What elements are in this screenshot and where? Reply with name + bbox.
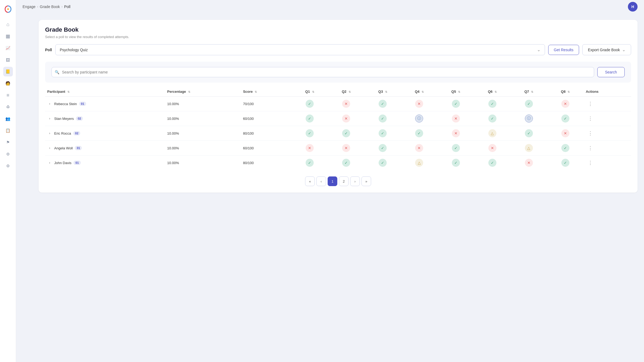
get-results-button[interactable]: Get Results (548, 45, 579, 55)
col-q6: Q6 ⇅ (474, 87, 511, 97)
sort-participant-icon[interactable]: ⇅ (67, 90, 69, 93)
pagination-last[interactable]: » (361, 176, 371, 186)
warn-icon: △ (488, 129, 496, 137)
poll-selector-row: Poll Psychology Quiz Get Results Export … (45, 44, 631, 55)
actions-cell-1: ⋮ (584, 111, 631, 126)
col-q3: Q3 ⇅ (364, 87, 401, 97)
q4-cell-3: ✕ (401, 141, 437, 156)
page-title: Grade Book (45, 26, 631, 33)
correct-icon: ✓ (379, 129, 387, 137)
col-percentage: Percentage ⇅ (165, 87, 241, 97)
sort-q1-icon[interactable]: ⇅ (312, 90, 314, 93)
sidebar-item-flag[interactable]: ⚑ (3, 138, 13, 147)
q5-cell-1: ✕ (437, 111, 474, 126)
percentage-cell-3: 10.00% (165, 141, 241, 156)
expand-row-3[interactable]: › (47, 146, 52, 150)
export-gradebook-button[interactable]: Export Grade Book (582, 44, 631, 55)
sort-q2-icon[interactable]: ⇅ (349, 90, 351, 93)
pagination-prev[interactable]: ‹ (316, 176, 326, 186)
sidebar-item-dashboard[interactable]: ▦ (3, 31, 13, 41)
correct-icon: ✓ (452, 100, 460, 108)
col-q1: Q1 ⇅ (291, 87, 328, 97)
wrong-icon: ✕ (415, 144, 423, 152)
sidebar-item-recycle[interactable]: ♻ (3, 102, 13, 112)
q6-cell-1: ✓ (474, 111, 511, 126)
expand-row-0[interactable]: › (47, 101, 52, 106)
table-row: › John Davis 01 10.00% 80/100 ✓✓✓△✓✓✕✓⋮ (45, 156, 631, 170)
q8-cell-0: ✕ (547, 97, 584, 111)
sidebar-item-users[interactable]: 👥 (3, 114, 13, 124)
search-input-wrapper: 🔍 (52, 67, 594, 77)
sort-score-icon[interactable]: ⇅ (255, 90, 257, 93)
table-row: › Angela Woll 01 10.00% 60/100 ✕✕✓✕✓✕△✓⋮ (45, 141, 631, 156)
sort-q3-icon[interactable]: ⇅ (385, 90, 387, 93)
correct-icon: ✓ (342, 129, 350, 137)
pagination: « ‹ 1 2 › » (45, 176, 631, 186)
participant-name-3: Angela Woll (54, 146, 73, 150)
correct-icon: ✓ (379, 114, 387, 123)
sort-q8-icon[interactable]: ⇅ (568, 90, 570, 93)
correct-icon: ✓ (306, 114, 314, 123)
correct-icon: ✓ (488, 159, 496, 167)
actions-menu-4[interactable]: ⋮ (586, 159, 595, 167)
sort-q5-icon[interactable]: ⇅ (458, 90, 460, 93)
col-q8: Q8 ⇅ (547, 87, 584, 97)
breadcrumb-gradebook[interactable]: Grade Book (40, 5, 60, 9)
actions-cell-2: ⋮ (584, 126, 631, 141)
wrong-icon: ✕ (342, 100, 350, 108)
expand-row-4[interactable]: › (47, 160, 52, 165)
actions-menu-1[interactable]: ⋮ (586, 115, 595, 122)
expand-row-1[interactable]: › (47, 116, 52, 121)
q6-cell-2: △ (474, 126, 511, 141)
pagination-page-1[interactable]: 1 (328, 176, 337, 186)
sidebar-item-analytics[interactable]: 📈 (3, 43, 13, 53)
sort-q7-icon[interactable]: ⇅ (531, 90, 533, 93)
breadcrumb-engage[interactable]: Engage (23, 5, 35, 9)
sidebar-item-integrations[interactable]: ⚙ (3, 149, 13, 159)
q8-cell-2: ✕ (547, 126, 584, 141)
sidebar-item-home[interactable]: ⌂ (3, 20, 13, 29)
sidebar-item-image[interactable]: 🖼 (3, 55, 13, 65)
expand-row-2[interactable]: › (47, 131, 52, 136)
q4-cell-4: △ (401, 156, 437, 170)
warn-icon: △ (415, 159, 423, 167)
q7-cell-1: ⓘ (511, 111, 547, 126)
pagination-first[interactable]: « (305, 176, 315, 186)
wrong-icon: ✕ (342, 144, 350, 152)
search-button[interactable]: Search (597, 67, 625, 77)
q7-cell-4: ✕ (511, 156, 547, 170)
correct-icon: ✓ (561, 159, 569, 167)
sidebar-item-participants[interactable]: 🧑 (3, 79, 13, 88)
correct-icon: ✓ (452, 159, 460, 167)
actions-cell-3: ⋮ (584, 141, 631, 156)
actions-menu-0[interactable]: ⋮ (586, 100, 595, 108)
poll-dropdown[interactable]: Psychology Quiz (55, 44, 545, 55)
sort-q4-icon[interactable]: ⇅ (422, 90, 424, 93)
participant-name-0: Rebecca Stein (54, 102, 77, 106)
sidebar-item-gradebook[interactable]: 📒 (3, 67, 13, 76)
pagination-next[interactable]: › (350, 176, 360, 186)
search-input[interactable] (52, 67, 594, 77)
user-avatar[interactable]: H (628, 2, 638, 12)
sort-q6-icon[interactable]: ⇅ (495, 90, 497, 93)
sort-percentage-icon[interactable]: ⇅ (188, 90, 190, 93)
q1-cell-1: ✓ (291, 111, 328, 126)
q5-cell-2: ✕ (437, 126, 474, 141)
correct-icon: ✓ (488, 100, 496, 108)
sidebar-item-notes[interactable]: 📋 (3, 126, 13, 135)
actions-menu-3[interactable]: ⋮ (586, 144, 595, 152)
participant-cell-1: › Stan Meyers 02 (45, 111, 165, 126)
participant-badge-2: 02 (73, 131, 80, 135)
sidebar-item-settings[interactable]: ⚙ (3, 161, 13, 171)
correct-icon: ✓ (306, 159, 314, 167)
correct-icon: ✓ (379, 144, 387, 152)
pagination-page-2[interactable]: 2 (339, 176, 349, 186)
q3-cell-0: ✓ (364, 97, 401, 111)
col-q2: Q2 ⇅ (328, 87, 364, 97)
actions-menu-2[interactable]: ⋮ (586, 130, 595, 137)
participant-cell-4: › John Davis 01 (45, 156, 165, 170)
correct-icon: ✓ (525, 129, 533, 137)
col-q4: Q4 ⇅ (401, 87, 437, 97)
participant-badge-1: 02 (76, 116, 83, 121)
sidebar-item-list[interactable]: ≡ (3, 90, 13, 100)
